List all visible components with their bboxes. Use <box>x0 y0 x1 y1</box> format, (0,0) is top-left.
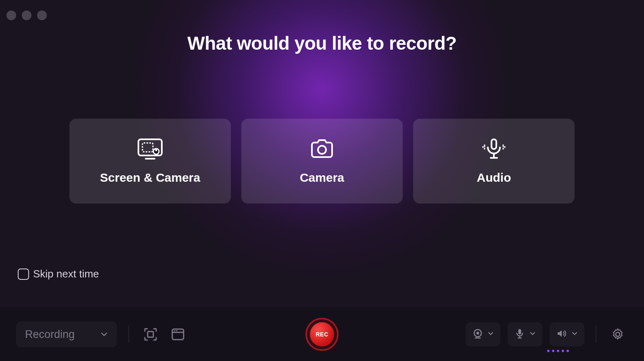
microphone-icon <box>481 138 507 160</box>
window-traffic-lights <box>6 10 47 20</box>
svg-rect-1 <box>142 143 153 152</box>
svg-point-4 <box>318 146 326 154</box>
recording-options: Screen & Camera Camera Au <box>69 119 575 204</box>
skip-next-time-label: Skip next time <box>33 268 99 280</box>
option-label: Screen & Camera <box>100 171 200 185</box>
option-label: Camera <box>300 171 344 185</box>
option-audio[interactable]: Audio <box>413 119 575 204</box>
window-close-button[interactable] <box>6 10 16 20</box>
svg-rect-5 <box>491 139 496 149</box>
main-content: What would you like to record? Screen & … <box>0 0 644 361</box>
window-minimize-button[interactable] <box>22 10 31 20</box>
option-screen-and-camera[interactable]: Screen & Camera <box>69 119 231 204</box>
skip-next-time-checkbox[interactable] <box>18 269 29 280</box>
option-camera[interactable]: Camera <box>241 119 403 204</box>
screen-camera-icon <box>137 138 163 160</box>
option-label: Audio <box>477 171 511 185</box>
camera-icon <box>309 138 335 160</box>
window-zoom-button[interactable] <box>37 10 47 20</box>
svg-point-3 <box>155 149 157 151</box>
skip-next-time-row: Skip next time <box>18 268 99 280</box>
page-title: What would you like to record? <box>187 32 456 54</box>
